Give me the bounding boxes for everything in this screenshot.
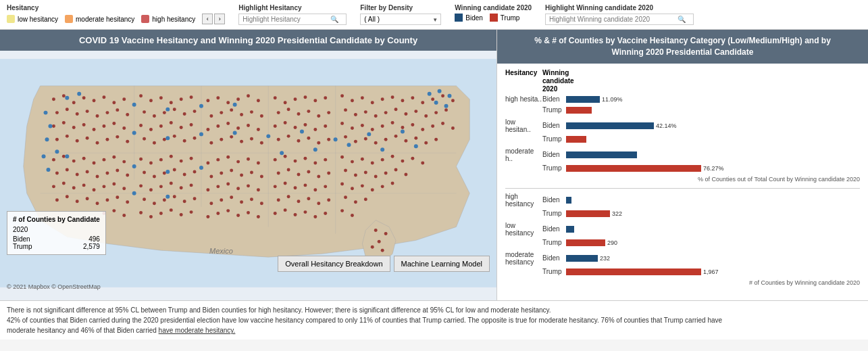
svg-point-121 [66,135,69,138]
svg-point-256 [55,198,59,202]
svg-point-163 [122,160,126,164]
svg-point-107 [324,124,327,128]
svg-point-257 [66,195,69,198]
svg-point-345 [165,195,170,199]
svg-point-150 [384,138,388,141]
svg-point-161 [102,158,105,162]
bar-row-mod-trump: Trump 76.27% [505,164,860,173]
svg-point-71 [344,108,347,112]
svg-point-9 [72,101,76,104]
svg-point-129 [153,141,156,145]
svg-point-340 [233,131,237,135]
svg-point-220 [374,174,378,178]
highlight-hesitancy-input[interactable] [242,16,330,23]
svg-point-187 [391,155,394,158]
svg-point-57 [183,112,186,116]
highlight-hesitancy-search[interactable]: 🔍 [238,14,347,25]
nav-left-arrow[interactable]: ‹ [202,14,213,24]
bar-value-low-biden: 42.14% [656,122,677,129]
svg-point-152 [404,139,407,143]
bar-wrapper-mod-trump: 76.27% [566,164,860,173]
filter-density-group: Filter by Density ( All ) Rural Suburban… [360,4,441,25]
winning-candidate-label: Winning candidate 2020 [455,4,532,11]
overall-hesitancy-button[interactable]: Overall Hesitancy Breakdown [278,256,390,272]
legend-dot-biden [455,14,463,22]
svg-point-331 [380,147,384,151]
nav-right-arrow[interactable]: › [214,14,225,24]
svg-point-58 [193,110,197,113]
svg-point-97 [216,124,220,128]
svg-point-293 [190,210,193,214]
count-bars: highhesitancy Biden Trump 322 [505,193,860,277]
svg-point-82 [52,124,55,128]
search-icon: 🔍 [330,16,338,23]
legend-dot-high [141,15,149,23]
svg-point-132 [183,139,186,143]
svg-point-275 [260,202,263,205]
svg-point-286 [112,209,116,212]
svg-point-268 [183,200,186,203]
svg-point-223 [404,173,407,177]
svg-point-96 [206,128,209,131]
svg-point-172 [226,156,230,159]
svg-point-189 [411,157,414,160]
svg-point-324 [300,129,304,133]
svg-point-244 [274,185,277,188]
count-bar-high-trump [566,210,610,217]
svg-point-240 [226,182,230,185]
svg-point-64 [260,114,263,118]
svg-point-112 [381,124,384,128]
svg-point-52 [126,113,129,116]
svg-point-273 [240,200,243,204]
svg-point-76 [394,108,398,111]
svg-point-202 [173,168,176,172]
svg-point-29 [294,97,297,101]
svg-point-229 [102,185,105,188]
svg-point-19 [180,97,183,101]
svg-point-41 [421,101,424,104]
svg-point-234 [159,185,163,188]
bar-low-biden [566,122,654,129]
svg-point-50 [105,111,109,114]
svg-point-238 [206,188,209,191]
highlight-winning-search[interactable]: 🔍 [545,14,694,25]
bottom-line-2: 42% of counties that Biden carried durin… [7,315,861,325]
count-wrapper-low-trump: 290 [566,238,860,248]
trump-label-overlay: Trump [13,243,32,250]
svg-point-337 [132,131,136,135]
svg-point-270 [209,202,213,205]
svg-point-117 [431,124,434,128]
svg-point-198 [126,173,129,177]
svg-point-266 [163,198,166,202]
svg-point-237 [190,183,193,187]
svg-point-282 [344,195,347,199]
svg-point-177 [284,155,287,158]
svg-point-136 [230,135,233,139]
svg-point-217 [344,169,347,172]
chart-headers: Hesitancy Winningcandidate 2020 [505,69,860,93]
biden-label: Biden [465,14,483,22]
svg-point-306 [340,209,344,212]
svg-point-72 [354,113,357,116]
bar-value-high-biden: 11.09% [602,96,623,103]
filter-density-label: Filter by Density [360,4,441,11]
svg-point-180 [313,162,317,165]
svg-point-135 [220,138,223,141]
svg-point-86 [93,128,96,131]
svg-point-333 [132,103,136,107]
svg-point-205 [209,174,213,178]
svg-point-67 [297,112,301,116]
machine-learning-button[interactable]: Machine Learning Model [394,256,490,272]
highlight-winning-input[interactable] [549,16,678,23]
svg-point-211 [277,172,280,175]
svg-point-137 [240,140,243,143]
count-val-low-trump: 290 [607,239,617,246]
svg-point-259 [86,197,89,200]
svg-point-80 [434,111,438,114]
svg-point-28 [284,101,287,104]
count-wrapper-high-trump: 322 [566,209,860,218]
svg-point-328 [280,151,284,155]
svg-point-26 [257,99,260,102]
filter-density-select[interactable]: ( All ) Rural Suburban Urban [360,14,441,25]
bar-wrapper-high-trump [566,106,860,115]
